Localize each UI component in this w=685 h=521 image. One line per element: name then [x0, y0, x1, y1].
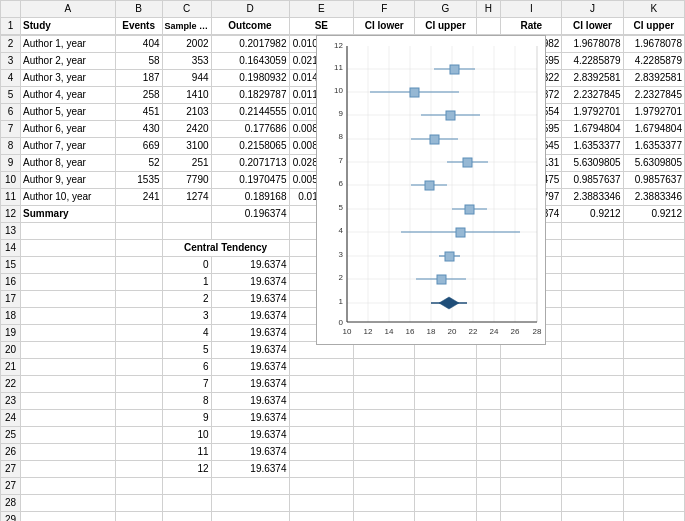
table-row: 23 8 19.6374 — [1, 393, 685, 410]
data-table: 2 Author 1, year 404 2002 0.2017982 0.01… — [0, 35, 685, 521]
table-row: 28 — [1, 495, 685, 512]
corner-header — [1, 1, 21, 18]
table-row: 25 10 19.6374 — [1, 427, 685, 444]
table-row: 18 3 19.6374 — [1, 308, 685, 325]
table-row: 29 — [1, 512, 685, 522]
col-header-i[interactable]: I — [501, 1, 562, 18]
table-row: 22 7 19.6374 — [1, 376, 685, 393]
column-headers: A B C D E F G H I J K — [1, 1, 685, 18]
table-row: 24 9 19.6374 — [1, 410, 685, 427]
col-header-k[interactable]: K — [623, 1, 684, 18]
col-header-f[interactable]: F — [354, 1, 415, 18]
table-row: 27 12 19.6374 — [1, 461, 685, 478]
table-row: 11 Author 10, year 241 1274 0.189168 0.0… — [1, 189, 685, 206]
table-row: 4 Author 3, year 187 944 0.1980932 0.014… — [1, 70, 685, 87]
table-row: 16 1 19.6374 — [1, 274, 685, 291]
spreadsheet: A B C D E F G H I J K 1 Study Events Sam… — [0, 0, 685, 35]
table-row: 14 Central Tendency — [1, 240, 685, 257]
table-row: 5 Author 4, year 258 1410 0.1829787 0.01… — [1, 87, 685, 104]
table-row: 1 Study Events Sample Size Outcome SE CI… — [1, 18, 685, 35]
col-header-d[interactable]: D — [211, 1, 289, 18]
col-header-b[interactable]: B — [115, 1, 162, 18]
col-header-h[interactable]: H — [476, 1, 501, 18]
table-row: 7 Author 6, year 430 2420 0.177686 0.008… — [1, 121, 685, 138]
table-row: 12 Summary 0.196374 0.0047 0.187162 0.20… — [1, 206, 685, 223]
table-row: 9 Author 8, year 52 251 0.2071713 0.0287… — [1, 155, 685, 172]
table-row: 15 0 19.6374 — [1, 257, 685, 274]
col-header-c[interactable]: C — [162, 1, 211, 18]
table-row: 19 4 19.6374 — [1, 325, 685, 342]
table-row: 26 11 19.6374 — [1, 444, 685, 461]
col-header-j[interactable]: J — [562, 1, 623, 18]
table-row: 27 — [1, 478, 685, 495]
table-row: 6 Author 5, year 451 2103 0.2144555 0.01… — [1, 104, 685, 121]
table-row: 21 6 19.6374 — [1, 359, 685, 376]
table-row: 2 Author 1, year 404 2002 0.2017982 0.01… — [1, 36, 685, 53]
table-row: 17 2 19.6374 — [1, 291, 685, 308]
table-row: 3 Author 2, year 58 353 0.1643059 0.0215… — [1, 53, 685, 70]
col-header-e[interactable]: E — [289, 1, 354, 18]
col-header-a[interactable]: A — [21, 1, 116, 18]
table-row: 20 5 19.6374 — [1, 342, 685, 359]
table-row: 8 Author 7, year 669 3100 0.2158065 0.00… — [1, 138, 685, 155]
table-row: 10 Author 9, year 1535 7790 0.1970475 0.… — [1, 172, 685, 189]
table-row: 13 — [1, 223, 685, 240]
col-header-g[interactable]: G — [415, 1, 476, 18]
